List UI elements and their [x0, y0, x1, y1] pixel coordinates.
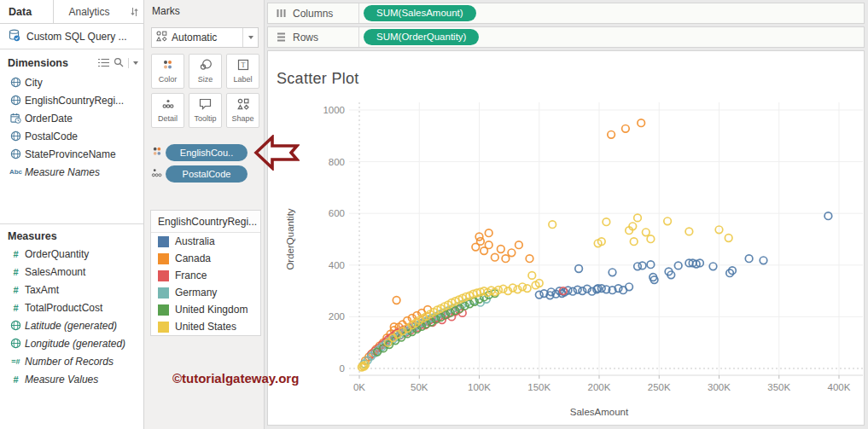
scatter-point[interactable]	[498, 246, 505, 253]
scatter-point[interactable]	[760, 257, 767, 264]
scatter-point[interactable]	[477, 238, 485, 246]
scatter-point[interactable]	[485, 229, 492, 237]
mark-type-value: Automatic	[172, 32, 238, 43]
color-dots-icon[interactable]	[151, 145, 163, 160]
scatter-point[interactable]	[709, 263, 717, 270]
legend-item[interactable]: Germany	[151, 284, 260, 301]
measure-label: OrderQuantity	[25, 248, 89, 260]
measure-item[interactable]: #Measure Values	[0, 370, 143, 388]
mark-type-dropdown[interactable]: Automatic	[151, 27, 259, 48]
scatter-point[interactable]	[523, 285, 531, 293]
rows-shelf[interactable]: Rows SUM(OrderQuantity)	[267, 26, 865, 48]
button-label: Color	[159, 75, 178, 84]
color-button[interactable]: Color	[151, 54, 184, 89]
measure-item[interactable]: =#Number of Records	[0, 352, 143, 370]
tab-data[interactable]: Data	[0, 0, 54, 23]
marks-pill-postalcode[interactable]: PostalCode	[166, 165, 248, 183]
scatter-point[interactable]	[609, 269, 616, 276]
scatter-point[interactable]	[569, 287, 577, 295]
size-icon	[199, 59, 213, 74]
measure-item[interactable]: #TotalProductCost	[0, 299, 143, 316]
sort-fields-icon[interactable]	[125, 0, 143, 23]
dimension-item[interactable]: AbcMeasure Names	[0, 163, 143, 181]
number-icon: #	[7, 374, 25, 385]
y-tick-label: 600	[329, 208, 345, 218]
tab-analytics[interactable]: Analytics	[54, 0, 125, 23]
legend-title[interactable]: EnglishCountryRegi...	[151, 211, 260, 233]
legend-item[interactable]: Canada	[151, 250, 260, 267]
scatter-point[interactable]	[685, 228, 693, 235]
datasource-item[interactable]: Custom SQL Query ...	[0, 24, 143, 49]
measure-item[interactable]: #TaxAmt	[0, 281, 143, 299]
scatter-point[interactable]	[516, 241, 523, 249]
scatter-point[interactable]	[664, 217, 672, 225]
dimension-item[interactable]: StateProvinceName	[0, 145, 143, 163]
shape-button[interactable]: Shape	[226, 93, 259, 128]
scatter-point[interactable]	[638, 262, 646, 270]
scatter-point[interactable]	[608, 131, 615, 139]
scatter-point[interactable]	[574, 286, 581, 293]
detail-button[interactable]: Detail	[151, 93, 184, 128]
detail-dots-icon[interactable]	[151, 166, 163, 182]
scatter-point[interactable]	[745, 255, 753, 263]
scatter-point[interactable]	[643, 229, 650, 236]
legend-item[interactable]: Australia	[151, 233, 260, 250]
size-button[interactable]: Size	[189, 54, 222, 89]
measure-label: Measure Values	[25, 374, 98, 386]
marks-pill-englishcou[interactable]: EnglishCou..	[166, 144, 248, 161]
scatter-point[interactable]	[634, 214, 642, 222]
dimension-item[interactable]: City	[0, 73, 143, 91]
scatter-point[interactable]	[674, 262, 682, 270]
scatter-point[interactable]	[647, 235, 655, 243]
label-icon: T	[237, 59, 249, 74]
scatter-point[interactable]	[647, 261, 655, 269]
scatter-point[interactable]	[508, 249, 516, 257]
scatter-point[interactable]	[575, 265, 583, 273]
number-icon: #	[7, 285, 25, 295]
scatter-point[interactable]	[603, 218, 610, 226]
dimension-item[interactable]: EnglishCountryRegi...	[0, 91, 143, 109]
measure-item[interactable]: #SalesAmount	[0, 263, 143, 281]
scatter-point[interactable]	[725, 235, 732, 242]
columns-shelf[interactable]: Columns SUM(SalesAmount)	[267, 3, 865, 24]
scatter-point[interactable]	[528, 272, 536, 280]
scatter-point[interactable]	[549, 221, 556, 229]
scatter-point[interactable]	[485, 241, 492, 249]
tooltip-button[interactable]: Tooltip	[189, 93, 222, 128]
chevron-down-icon[interactable]	[133, 61, 138, 65]
columns-pill-sum-salesamount[interactable]: SUM(SalesAmount)	[364, 5, 476, 21]
scatter-point[interactable]	[502, 255, 510, 263]
scatter-point[interactable]	[622, 125, 630, 133]
dimensions-header: Dimensions	[0, 49, 143, 73]
scatter-point[interactable]	[638, 119, 645, 127]
legend-item[interactable]: United States	[151, 318, 260, 335]
number-icon: #	[7, 267, 25, 277]
search-icon[interactable]	[114, 55, 124, 71]
dropdown-caret[interactable]	[242, 28, 258, 47]
calendar-icon	[7, 113, 25, 124]
legend-item[interactable]: France	[151, 267, 260, 284]
dimension-item[interactable]: PostalCode	[0, 127, 143, 145]
rows-pill-sum-orderquantity[interactable]: SUM(OrderQuantity)	[364, 29, 479, 45]
legend-item[interactable]: United Kingdom	[151, 301, 260, 318]
scatter-point[interactable]	[630, 238, 638, 246]
scatter-point[interactable]	[393, 297, 400, 304]
legend-label: Germany	[175, 287, 217, 299]
measure-item[interactable]: Longitude (generated)	[0, 334, 143, 352]
dimension-item[interactable]: OrderDate	[0, 109, 143, 127]
dimension-label: City	[25, 77, 43, 89]
measure-item[interactable]: #OrderQuantity	[0, 245, 143, 263]
measure-item[interactable]: Latitude (generated)	[0, 316, 143, 334]
chart-area: Scatter Plot 0K50K100K150K200K250K300K35…	[267, 50, 865, 426]
scatter-point[interactable]	[492, 253, 499, 261]
y-tick-label: 200	[329, 311, 345, 322]
dimension-label: PostalCode	[25, 130, 78, 142]
scatter-plot[interactable]: 0K50K100K150K200K250K300K350K400K0200400…	[268, 51, 864, 425]
view-data-icon[interactable]	[98, 55, 109, 71]
y-axis-title: OrderQuantity	[285, 208, 295, 270]
legend-swatch	[158, 304, 169, 316]
label-button[interactable]: TLabel	[226, 54, 259, 89]
scatter-point[interactable]	[626, 283, 633, 291]
legend-label: France	[175, 270, 207, 281]
scatter-point[interactable]	[526, 255, 533, 263]
